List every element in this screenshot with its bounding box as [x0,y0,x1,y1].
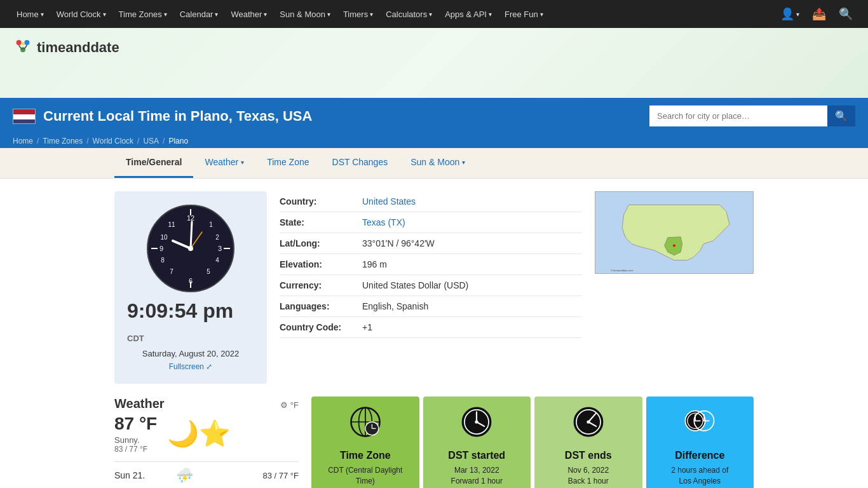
weather-widget: Weather ⚙ °F 87 °F Sunny. 83 / 77 °F 🌙⭐ … [114,396,311,488]
svg-text:7: 7 [170,268,173,275]
search-input[interactable] [649,105,827,126]
chevron-icon: ▾ [540,11,543,18]
chevron-icon: ▾ [429,11,432,18]
chevron-icon: ▾ [796,11,799,18]
date-label: Saturday, August 20, 2022 [142,349,239,358]
chevron-icon: ▾ [264,11,267,18]
svg-text:12: 12 [187,214,194,222]
info-value-currency: United States Dollar (USD) [362,280,468,290]
globe-clock-icon [349,405,382,438]
svg-text:9: 9 [159,245,163,252]
info-row-state: State: Texas (TX) [280,212,582,233]
info-label-countrycode: Country Code: [280,322,362,332]
analog-clock: 12 3 6 9 1 2 4 5 7 8 10 11 [146,204,235,293]
breadcrumb-usa[interactable]: USA [143,137,159,146]
us-map[interactable]: © timeanddate.com [595,191,754,274]
info-label-currency: Currency: [280,280,362,290]
info-label-country: Country: [280,196,362,207]
nav-calendar[interactable]: Calendar ▾ [173,0,225,28]
nav-apps[interactable]: Apps & API ▾ [438,0,498,28]
difference-card[interactable]: Difference 2 hours ahead of Los Angeles [646,396,754,488]
us-map-svg: © timeanddate.com [595,192,753,273]
timezone-card-title: Time Zone [340,450,391,461]
weather-current: 87 °F Sunny. 83 / 77 °F 🌙⭐ [114,414,299,454]
info-label-elevation: Elevation: [280,259,362,269]
search-box: 🔍 [649,105,855,126]
nav-timers[interactable]: Timers ▾ [337,0,379,28]
svg-text:5: 5 [207,268,210,275]
state-link[interactable]: Texas (TX) [362,217,405,227]
site-logo[interactable]: timeanddate [13,37,119,58]
nav-weather[interactable]: Weather ▾ [224,0,273,28]
page-title: Current Local Time in Plano, Texas, USA [43,108,312,125]
digital-time: 9:09:54 pm CDT [127,299,254,346]
info-label-state: State: [280,217,362,227]
timezone-card[interactable]: Time Zone CDT (Central Daylight Time) UT… [311,396,419,488]
info-value-elevation: 196 m [362,259,387,269]
dst-started-card-detail: Mar 13, 2022 Forward 1 hour [451,465,503,487]
weather-settings[interactable]: ⚙ °F [280,400,299,410]
chevron-icon: ▾ [215,11,218,18]
nav-sunmoon[interactable]: Sun & Moon ▾ [273,0,337,28]
dst-ends-card-title: DST ends [565,450,612,461]
timezone-card-detail: CDT (Central Daylight Time) UTC/GMT -5 h… [319,465,412,488]
header-left: Current Local Time in Plano, Texas, USA [13,108,312,125]
dst-started-card-icon [460,405,493,445]
dst-start-icon [460,405,493,438]
breadcrumb: Home / Time Zones / World Clock / USA / … [0,134,868,148]
breadcrumb-inline: Current Local Time in Plano, Texas, USA [13,108,312,125]
weather-icon: 🌙⭐ [167,419,231,449]
fullscreen-link[interactable]: Fullscreen ⤢ [169,362,213,371]
nav-home[interactable]: Home ▾ [10,0,50,28]
info-row-currency: Currency: United States Dollar (USD) [280,275,582,296]
svg-text:10: 10 [160,234,168,241]
dst-started-card[interactable]: DST started Mar 13, 2022 Forward 1 hour [423,396,531,488]
nav-calculators[interactable]: Calculators ▾ [379,0,438,28]
dst-ends-card-icon [572,405,605,445]
dst-started-card-title: DST started [448,450,505,461]
svg-text:4: 4 [215,257,219,264]
nav-account-icon[interactable]: 👤 ▾ [775,0,804,28]
nav-worldclock[interactable]: World Clock ▾ [50,0,112,28]
timezone-card-icon [349,405,382,445]
clock-section: 12 3 6 9 1 2 4 5 7 8 10 11 9:09:54 pm CD… [114,191,267,384]
weather-day-icon-sun: ⛈️ [173,467,196,484]
info-cards: Time Zone CDT (Central Daylight Time) UT… [311,396,754,488]
info-value-latlong: 33°01'N / 96°42'W [362,238,435,248]
dst-ends-card-detail: Nov 6, 2022 Back 1 hour [567,465,609,487]
svg-point-0 [17,40,22,45]
breadcrumb-sep: / [86,137,88,146]
breadcrumb-home[interactable]: Home [13,137,33,146]
tab-timezone[interactable]: Time Zone [255,148,320,178]
chevron-icon: ▾ [164,11,167,18]
bottom-section: Weather ⚙ °F 87 °F Sunny. 83 / 77 °F 🌙⭐ … [0,396,868,488]
breadcrumb-worldclock[interactable]: World Clock [93,137,133,146]
logo-bar: timeanddate [0,28,868,98]
tab-sunmoon[interactable]: Sun & Moon ▾ [399,148,477,178]
breadcrumb-timezones[interactable]: Time Zones [43,137,83,146]
nav-share-icon[interactable]: 📤 [807,0,831,28]
weather-title: Weather [114,396,165,411]
chevron-icon: ▾ [103,11,106,18]
nav-timezones[interactable]: Time Zones ▾ [112,0,173,28]
info-row-elevation: Elevation: 196 m [280,254,582,275]
nav-search-icon[interactable]: 🔍 [834,0,858,28]
svg-text:8: 8 [161,257,165,264]
chevron-icon: ▾ [41,11,44,18]
nav-freefun[interactable]: Free Fun ▾ [498,0,550,28]
tab-timegeneral[interactable]: Time/General [114,148,193,178]
tab-bar: Time/General Weather ▾ Time Zone DST Cha… [0,148,868,179]
tab-weather[interactable]: Weather ▾ [193,148,255,178]
svg-point-28 [673,244,675,247]
info-value-languages: English, Spanish [362,301,428,311]
search-button[interactable]: 🔍 [827,105,855,126]
weather-day-row: Sun 21. ⛈️ 83 / 77 °F [114,462,299,488]
country-link[interactable]: United States [362,196,416,207]
difference-card-detail: 2 hours ahead of Los Angeles [671,465,728,487]
svg-line-22 [191,222,192,248]
dst-ends-card[interactable]: DST ends Nov 6, 2022 Back 1 hour [534,396,642,488]
tab-dstchanges[interactable]: DST Changes [321,148,400,178]
svg-text:© timeanddate.com: © timeanddate.com [611,269,634,272]
breadcrumb-current: Plano [168,137,188,146]
info-row-country: Country: United States [280,191,582,212]
